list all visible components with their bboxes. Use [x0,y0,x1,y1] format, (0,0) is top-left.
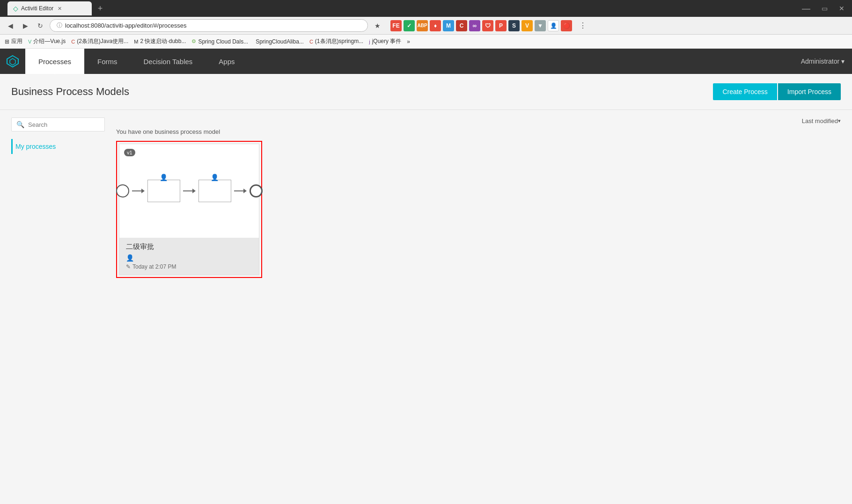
create-process-button[interactable]: Create Process [713,83,777,100]
vue-icon: V [28,39,31,44]
spring-icon: ⚙ [191,38,196,44]
extension-icons: FE ✓ ABP ♦ M C ∞ 🛡 P S V ▼ 👤 🔴 [390,20,572,31]
nav-processes[interactable]: Processes [25,49,84,74]
address-bar: ◀ ▶ ↻ ⓘ localhost:8080/activiti-app/edit… [0,17,852,35]
search-icon: 🔍 [16,121,24,128]
profile-icon[interactable]: 👤 [548,20,559,31]
header-buttons: Create Process Import Process [713,83,841,100]
search-box[interactable]: 🔍 [11,117,105,131]
page-title: Business Process Models [11,86,129,98]
maximize-button[interactable]: ▭ [818,5,831,12]
nav-decision-tables[interactable]: Decision Tables [131,49,206,74]
bookmark-jquery[interactable]: j jQuery 事件 [369,37,401,45]
card-preview: v1 [119,144,259,238]
sort-icon: ▾ [838,118,841,124]
card-footer: 二级审批 👤 ✎ Today at 2:07 PM [119,238,259,275]
tab-title: Activiti Editor [21,5,53,12]
sort-label: Last modified [802,117,838,124]
main-content: Business Process Models Create Process I… [0,74,852,402]
minimize-button[interactable]: — [798,4,814,14]
task-node-2: 👤 [198,180,231,202]
process-list: Last modified ▾ You have one business pr… [116,117,841,278]
arrow-1 [132,189,145,193]
bookmarks-bar: ⊞ 应用 V 介绍—Vue.js C (2条消息)Java使用... M 2 快… [0,35,852,49]
menu-button[interactable]: ⋮ [576,21,590,30]
extension-blue[interactable]: M [443,20,454,31]
arrow-2 [183,189,196,193]
bookmark-vue[interactable]: V 介绍—Vue.js [28,37,66,45]
bookmark-alibaba[interactable]: SpringCloudAliba... [254,38,304,45]
bookmark-more[interactable]: » [407,38,410,45]
extension-purple[interactable]: ∞ [469,20,480,31]
nav-decision-tables-label: Decision Tables [144,58,193,66]
extension-shld[interactable]: 🛡 [482,20,493,31]
card-meta: 👤 [126,254,252,262]
list-controls: Last modified ▾ [116,117,841,124]
sidebar: 🔍 My processes [11,117,105,154]
forward-button[interactable]: ▶ [20,20,31,31]
bookmark-alibaba-label: SpringCloudAliba... [256,38,304,45]
extension-dark[interactable]: S [508,20,520,31]
extension-last[interactable]: 🔴 [561,20,572,31]
bookmark-java-label: (2条消息)Java使用... [77,37,128,45]
end-node [250,184,263,197]
process-date: Today at 2:07 PM [132,263,176,270]
extension-check[interactable]: ✓ [404,20,415,31]
person-icon: 👤 [126,254,134,262]
bookmark-spring-label: Spring Cloud Dals... [198,38,248,45]
logo-icon [6,55,19,68]
admin-label: Administrator ▾ [801,58,845,65]
extension-red2[interactable]: C [456,20,467,31]
arrow-3 [234,189,247,193]
new-tab-button[interactable]: + [94,2,107,15]
bookmark-spring[interactable]: ⚙ Spring Cloud Dals... [191,38,248,45]
spring2-icon: C [309,39,313,44]
extension-fe[interactable]: FE [390,20,402,31]
search-input[interactable] [28,121,100,128]
bookmark-dubbo[interactable]: M 2 快速启动·dubb... [134,37,186,45]
extension-pdf[interactable]: P [495,20,507,31]
my-processes-label: My processes [15,143,56,150]
bookmark-button[interactable]: ★ [372,20,383,31]
tab-close-button[interactable]: ✕ [56,5,63,12]
jquery-icon: j [369,39,370,44]
bookmark-more-label: » [407,38,410,45]
nav-processes-label: Processes [38,58,71,66]
process-card[interactable]: v1 [119,144,259,275]
start-node [116,184,129,197]
window-controls: — ▭ ✕ [798,4,848,14]
active-tab[interactable]: ◇ Activiti Editor ✕ [7,1,92,15]
extension-abp[interactable]: ABP [417,20,428,31]
refresh-button[interactable]: ↻ [35,20,46,31]
back-button[interactable]: ◀ [5,20,16,31]
bookmark-spring2-label: (1条消息)springm... [315,37,363,45]
nav-forms[interactable]: Forms [84,49,131,74]
extension-gray[interactable]: ▼ [535,20,546,31]
nav-apps-label: Apps [219,58,235,66]
content-area: 🔍 My processes Last modified ▾ You have … [0,110,852,285]
process-count-info: You have one business process model [116,128,841,135]
sidebar-item-my-processes[interactable]: My processes [11,139,105,154]
nav-apps[interactable]: Apps [206,49,248,74]
user-task-icon-2: 👤 [211,174,219,181]
bookmark-jquery-label: jQuery 事件 [372,37,402,45]
bookmark-apps[interactable]: ⊞ 应用 [5,37,22,45]
dubbo-icon: M [134,39,138,44]
import-process-button[interactable]: Import Process [778,83,841,100]
close-button[interactable]: ✕ [835,5,848,12]
apps-grid-icon: ⊞ [5,38,9,45]
java-icon: C [71,39,75,44]
tab-favicon: ◇ [13,5,18,12]
card-date: ✎ Today at 2:07 PM [126,263,252,270]
bookmark-vue-label: 介绍—Vue.js [33,37,66,45]
admin-menu[interactable]: Administrator ▾ [793,58,852,65]
address-input[interactable]: ⓘ localhost:8080/activiti-app/editor/#/p… [50,19,368,32]
user-task-icon-1: 👤 [160,174,168,181]
bookmark-spring2[interactable]: C (1条消息)springm... [309,37,363,45]
app-logo [0,49,25,74]
lock-icon: ⓘ [57,22,62,29]
extension-red1[interactable]: ♦ [430,20,441,31]
bookmark-java[interactable]: C (2条消息)Java使用... [71,37,128,45]
extension-yellow[interactable]: V [521,20,533,31]
nav-forms-label: Forms [97,58,118,66]
